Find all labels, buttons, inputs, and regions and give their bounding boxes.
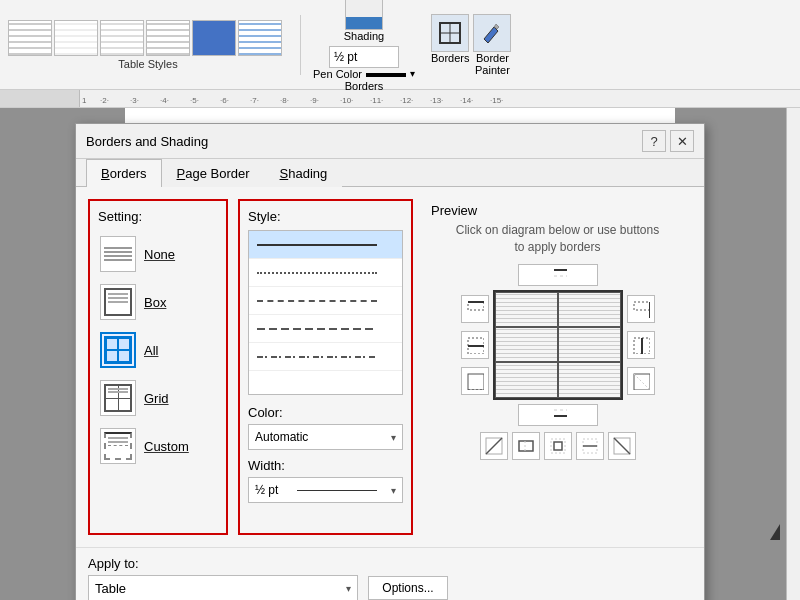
style-line-dashed: [257, 300, 377, 302]
tab-page-border-rest: age Border: [185, 166, 249, 181]
preview-btn-bottom[interactable]: [518, 404, 598, 426]
tab-borders[interactable]: Borders: [86, 159, 162, 187]
ribbon: Table Styles Shading Pen Color ▾ Borders: [0, 0, 800, 90]
setting-panel: Setting: None: [88, 199, 228, 535]
style-line-dash-dot: [257, 356, 377, 358]
vertical-scrollbar[interactable]: [786, 108, 800, 600]
setting-all-icon: [100, 332, 136, 368]
setting-none[interactable]: None: [98, 232, 218, 276]
preview-btn-bottom-left[interactable]: [461, 367, 489, 395]
style-line-long-dash: [257, 328, 377, 330]
none-line-2: [104, 251, 132, 253]
setting-all[interactable]: All: [98, 328, 218, 372]
style-item-solid[interactable]: [249, 231, 402, 259]
table-style-6[interactable]: [238, 20, 282, 56]
tab-shading[interactable]: Shading: [265, 159, 343, 187]
setting-grid[interactable]: Grid: [98, 376, 218, 420]
preview-btn-top-right[interactable]: [627, 295, 655, 323]
shading-button[interactable]: Shading: [344, 0, 384, 42]
dialog-titlebar-buttons: ? ✕: [642, 130, 694, 152]
style-item-dotted[interactable]: [249, 259, 402, 287]
custom-line-3: [108, 445, 128, 446]
color-dropdown-arrow: ▾: [391, 432, 396, 443]
setting-box[interactable]: Box: [98, 280, 218, 324]
preview-btn-outer[interactable]: [512, 432, 540, 460]
tab-borders-rest: orders: [110, 166, 147, 181]
width-dropdown[interactable]: ½ pt ▾: [248, 477, 403, 503]
pen-color-dropdown-arrow[interactable]: ▾: [410, 68, 415, 79]
preview-diagram-outer: [493, 290, 623, 400]
preview-cell-4: [558, 327, 621, 362]
style-item-dash-dot[interactable]: [249, 343, 402, 371]
apply-to-value: Table: [95, 581, 126, 596]
ruler-mark-3: ·4·: [160, 96, 190, 105]
table-style-1[interactable]: [8, 20, 52, 56]
setting-grid-label: Grid: [144, 391, 169, 406]
tab-borders-underline: B: [101, 166, 110, 181]
none-line-4: [104, 259, 132, 261]
dialog-title: Borders and Shading: [86, 134, 208, 149]
table-style-5[interactable]: [192, 20, 236, 56]
options-button[interactable]: Options...: [368, 576, 448, 600]
style-item-dashed-short[interactable]: [249, 287, 402, 315]
color-row: Color: Automatic ▾: [248, 405, 403, 450]
border-painter-svg-icon: [480, 21, 504, 45]
preview-btn-inner-h[interactable]: [576, 432, 604, 460]
style-list[interactable]: [248, 230, 403, 395]
svg-line-28: [614, 438, 630, 454]
tab-page-border[interactable]: Page Border: [162, 159, 265, 187]
preview-cell-3: [495, 327, 558, 362]
preview-btn-top-left[interactable]: [461, 295, 489, 323]
preview-btn-inner[interactable]: [544, 432, 572, 460]
border-painter-icon: [473, 14, 511, 52]
ruler: 1 ·2· ·3· ·4· ·5· ·6· ·7· ·8· ·9· ·10· ·…: [0, 90, 800, 108]
close-button[interactable]: ✕: [670, 130, 694, 152]
preview-btn-top[interactable]: [518, 264, 598, 286]
table-styles-label: Table Styles: [118, 58, 177, 70]
custom-line-1: [108, 437, 128, 439]
box-line-1: [108, 293, 128, 295]
style-item-dashed-long[interactable]: [249, 315, 402, 343]
table-style-4[interactable]: [146, 20, 190, 56]
border-painter-button[interactable]: Border Painter: [473, 14, 511, 76]
setting-custom-icon: [100, 428, 136, 464]
ruler-mark-12: ·13·: [430, 96, 460, 105]
border-width-input[interactable]: [329, 46, 399, 68]
preview-btn-bottom-right[interactable]: [627, 367, 655, 395]
box-icon-border: [104, 288, 132, 316]
preview-hint-text: Click on diagram below or use buttonsto …: [456, 223, 659, 254]
shading-section: Shading Pen Color ▾ Borders: [313, 0, 415, 92]
svg-line-20: [486, 438, 502, 454]
tab-page-border-underline: P: [177, 166, 186, 181]
help-button[interactable]: ?: [642, 130, 666, 152]
style-list-inner: [249, 231, 402, 371]
dialog-titlebar: Borders and Shading ? ✕: [76, 124, 704, 159]
table-style-3[interactable]: [100, 20, 144, 56]
svg-rect-13: [634, 302, 650, 310]
preview-btn-middle-left[interactable]: [461, 331, 489, 359]
width-dropdown-arrow: ▾: [391, 485, 396, 496]
shading-label: Shading: [344, 30, 384, 42]
preview-btn-bottom-right-icon: [632, 372, 650, 390]
color-dropdown[interactable]: Automatic ▾: [248, 424, 403, 450]
apply-to-dropdown[interactable]: Table ▾: [88, 575, 358, 600]
ruler-mark-8: ·9·: [310, 96, 340, 105]
preview-btn-middle-right-icon: [632, 336, 650, 354]
borders-svg-icon: [438, 21, 462, 45]
preview-btn-outer-icon: [517, 437, 535, 455]
apply-to-label: Apply to:: [88, 556, 358, 571]
border-buttons: Borders Border Painter: [431, 14, 512, 76]
ruler-mark-10: ·11·: [370, 96, 400, 105]
preview-btn-top-right-icon: [632, 300, 650, 318]
table-style-2[interactable]: [54, 20, 98, 56]
ruler-mark-1: ·2·: [100, 96, 130, 105]
borders-button[interactable]: Borders: [431, 14, 470, 76]
preview-cell-5: [495, 362, 558, 397]
setting-custom[interactable]: Custom: [98, 424, 218, 468]
grid-fill-2: [108, 391, 128, 393]
preview-center: [493, 264, 623, 426]
ribbon-divider-1: [300, 15, 301, 75]
preview-btn-diagonal-up[interactable]: [608, 432, 636, 460]
preview-btn-diagonal-down[interactable]: [480, 432, 508, 460]
preview-btn-middle-right[interactable]: [627, 331, 655, 359]
